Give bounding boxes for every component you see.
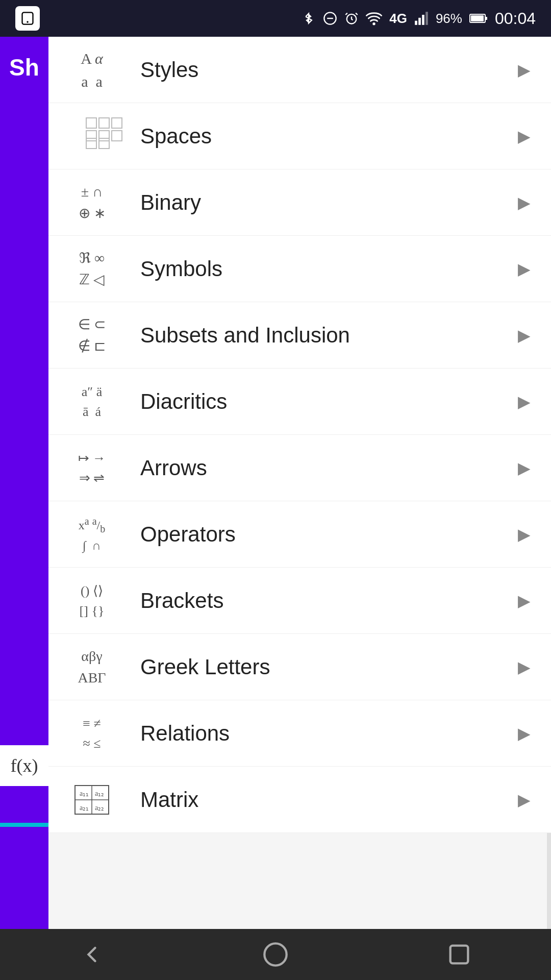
svg-point-1 [27,21,29,23]
wifi-icon [366,11,382,26]
network-label: 4G [389,11,407,27]
binary-chevron: ▶ [518,193,531,212]
category-dropdown: A α a a Styles ▶ Spaces ▶ [48,37,551,833]
arrows-icon: ↦ → ⇒ ⇌ [59,445,125,491]
svg-rect-13 [86,118,96,128]
menu-item-binary[interactable]: ± ∩ ⊕ ∗ Binary ▶ [48,169,551,236]
symbols-label: Symbols [140,257,513,281]
matrix-label: Matrix [140,788,513,812]
diacritics-icon: a″ ä ā á [59,379,125,425]
relations-chevron: ▶ [518,724,531,743]
svg-rect-8 [422,15,424,25]
svg-text:a₁₂: a₁₂ [95,790,104,797]
phone-icon [15,6,40,31]
menu-item-matrix[interactable]: a₁₁ a₁₂ a₂₁ a₂₂ Matrix ▶ [48,767,551,833]
status-bar: 4G 96% 00:04 [0,0,551,37]
dnd-icon [323,11,337,26]
diacritics-chevron: ▶ [518,392,531,411]
bluetooth-icon [302,11,316,26]
menu-item-styles[interactable]: A α a a Styles ▶ [48,37,551,103]
operators-chevron: ▶ [518,525,531,544]
battery-icon [469,13,488,24]
menu-item-spaces[interactable]: Spaces ▶ [48,103,551,169]
svg-rect-15 [112,118,122,128]
subsets-label: Subsets and Inclusion [140,323,513,348]
binary-icon: ± ∩ ⊕ ∗ [59,180,125,226]
operators-icon: xa a/b ∫ ∩ [59,511,125,557]
binary-label: Binary [140,190,513,215]
left-sidebar: Sh f(x) [0,37,48,929]
svg-rect-29 [450,946,468,964]
status-time: 00:04 [495,9,536,28]
svg-rect-7 [418,18,421,25]
styles-icon: A α a a [59,47,125,93]
bottom-nav [0,929,551,980]
svg-text:a₂₁: a₂₁ [80,804,89,812]
greek-icon: αβγ ΑΒΓ [59,644,125,690]
sidebar-title: Sh [9,54,39,81]
home-button[interactable] [255,934,296,975]
spaces-chevron: ▶ [518,127,531,146]
svg-point-28 [264,943,286,965]
menu-item-diacritics[interactable]: a″ ä ā á Diacritics ▶ [48,369,551,435]
back-button[interactable] [71,934,112,975]
symbols-icon: ℜ ∞ ℤ ◁ [59,246,125,292]
menu-item-brackets[interactable]: () ⟨⟩ [] {} Brackets ▶ [48,568,551,634]
subsets-icon: ∈ ⊂ ∉ ⊏ [59,312,125,358]
svg-rect-11 [471,15,484,21]
menu-item-arrows[interactable]: ↦ → ⇒ ⇌ Arrows ▶ [48,435,551,501]
symbols-chevron: ▶ [518,259,531,279]
matrix-icon: a₁₁ a₁₂ a₂₁ a₂₂ [59,777,125,823]
svg-rect-9 [425,12,428,25]
fx-label: f(x) [0,745,48,786]
teal-bar [0,823,48,827]
svg-rect-14 [99,118,109,128]
svg-rect-6 [415,21,417,25]
svg-rect-12 [485,17,487,20]
recent-apps-button[interactable] [439,934,480,975]
greek-label: Greek Letters [140,655,513,679]
signal-icon [414,11,429,26]
spaces-icon [59,113,125,159]
brackets-chevron: ▶ [518,591,531,610]
status-left [15,6,40,31]
diacritics-label: Diacritics [140,389,513,414]
svg-rect-16 [86,131,96,141]
svg-text:a₁₁: a₁₁ [80,790,89,797]
styles-label: Styles [140,58,513,82]
svg-rect-19 [86,138,96,149]
svg-rect-20 [99,138,109,149]
svg-rect-17 [99,131,109,141]
brackets-icon: () ⟨⟩ [] {} [59,578,125,624]
svg-text:a₂₂: a₂₂ [95,804,104,812]
subsets-chevron: ▶ [518,326,531,345]
menu-item-operators[interactable]: xa a/b ∫ ∩ Operators ▶ [48,501,551,568]
menu-item-relations[interactable]: ≡ ≠ ≈ ≤ Relations ▶ [48,700,551,767]
spaces-label: Spaces [140,124,513,149]
brackets-label: Brackets [140,589,513,613]
sidebar-header: Sh [0,37,48,98]
svg-point-5 [373,22,375,25]
greek-chevron: ▶ [518,657,531,677]
matrix-chevron: ▶ [518,790,531,810]
status-icons: 4G 96% 00:04 [302,9,536,28]
battery-percent: 96% [436,11,462,27]
arrows-label: Arrows [140,456,513,480]
relations-label: Relations [140,721,513,746]
operators-label: Operators [140,522,513,547]
arrows-chevron: ▶ [518,458,531,478]
alarm-icon [344,11,359,26]
relations-icon: ≡ ≠ ≈ ≤ [59,710,125,756]
menu-item-symbols[interactable]: ℜ ∞ ℤ ◁ Symbols ▶ [48,236,551,302]
styles-chevron: ▶ [518,60,531,80]
menu-item-greek[interactable]: αβγ ΑΒΓ Greek Letters ▶ [48,634,551,700]
svg-rect-18 [112,131,122,141]
menu-item-subsets[interactable]: ∈ ⊂ ∉ ⊏ Subsets and Inclusion ▶ [48,302,551,369]
